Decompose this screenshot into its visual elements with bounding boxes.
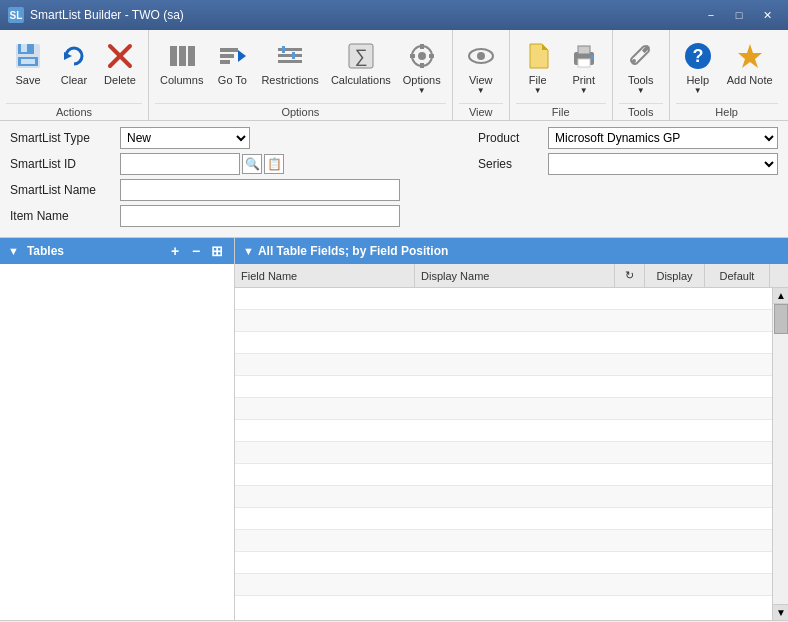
view-buttons: View ▼	[459, 34, 503, 101]
delete-label: Delete	[104, 74, 136, 86]
clear-label: Clear	[61, 74, 87, 86]
fields-panel-title: All Table Fields; by Field Position	[258, 244, 448, 258]
col-header-display: Display	[645, 264, 705, 287]
smartlist-name-label: SmartList Name	[10, 183, 120, 197]
svg-rect-4	[21, 59, 35, 64]
addnote-label: Add Note	[727, 74, 773, 86]
addnote-button[interactable]: Add Note	[722, 36, 778, 90]
tables-remove-button[interactable]: −	[187, 243, 205, 259]
help-group-label: Help	[676, 103, 778, 118]
fields-scrollbar[interactable]: ▲ ▼	[772, 288, 788, 620]
svg-rect-8	[170, 46, 177, 66]
tools-button[interactable]: Tools ▼	[619, 36, 663, 99]
save-label: Save	[15, 74, 40, 86]
svg-point-29	[477, 52, 485, 60]
tables-expand-button[interactable]: ⊞	[208, 243, 226, 259]
table-row	[235, 574, 772, 596]
app-icon: SL	[8, 7, 24, 23]
col-header-default: Default	[705, 264, 770, 287]
delete-button[interactable]: Delete	[98, 36, 142, 90]
tables-panel-actions: + − ⊞	[166, 243, 226, 259]
svg-marker-14	[238, 50, 246, 62]
file-group-label: File	[516, 103, 606, 118]
clear-icon	[58, 40, 90, 72]
tables-add-button[interactable]: +	[166, 243, 184, 259]
print-button[interactable]: Print ▼	[562, 36, 606, 99]
table-row	[235, 310, 772, 332]
title-bar: SL SmartList Builder - TWO (sa) − □ ✕	[0, 0, 788, 30]
title-bar-left: SL SmartList Builder - TWO (sa)	[8, 7, 184, 23]
options-button[interactable]: Options ▼	[398, 36, 446, 99]
columns-button[interactable]: Columns	[155, 36, 208, 90]
table-row	[235, 442, 772, 464]
item-name-label: Item Name	[10, 209, 120, 223]
series-select[interactable]	[548, 153, 778, 175]
product-field-group: Product Microsoft Dynamics GP	[478, 127, 778, 149]
tables-panel: ▼ Tables + − ⊞	[0, 238, 235, 620]
view-button[interactable]: View ▼	[459, 36, 503, 99]
svg-rect-2	[21, 44, 27, 52]
app-title: SmartList Builder - TWO (sa)	[30, 8, 184, 22]
svg-rect-32	[578, 59, 590, 67]
scroll-thumb[interactable]	[774, 304, 788, 334]
id-search-icon[interactable]: 🔍	[242, 154, 262, 174]
help-button[interactable]: ? Help ▼	[676, 36, 720, 99]
svg-rect-26	[410, 54, 415, 58]
options-group-label: Options	[155, 103, 446, 118]
svg-point-23	[418, 52, 426, 60]
refresh-icon: ↻	[625, 269, 634, 282]
svg-marker-38	[738, 44, 762, 68]
item-name-input[interactable]	[120, 205, 400, 227]
svg-rect-15	[278, 48, 302, 51]
file-arrow: ▼	[534, 86, 542, 95]
svg-point-34	[632, 59, 636, 63]
file-button[interactable]: File ▼	[516, 36, 560, 99]
svg-rect-11	[220, 48, 238, 52]
columns-icon	[166, 40, 198, 72]
restrictions-button[interactable]: Restrictions	[256, 36, 323, 90]
smartlist-id-label: SmartList ID	[10, 157, 120, 171]
svg-rect-13	[220, 60, 230, 64]
help-icon: ?	[682, 40, 714, 72]
fields-panel: ▼ All Table Fields; by Field Position Fi…	[235, 238, 788, 620]
close-button[interactable]: ✕	[754, 5, 780, 25]
series-field-group: Series	[478, 153, 778, 175]
restrictions-icon	[274, 40, 306, 72]
goto-label: Go To	[218, 74, 247, 86]
minimize-button[interactable]: −	[698, 5, 724, 25]
tools-buttons: Tools ▼	[619, 34, 663, 101]
fields-panel-header: ▼ All Table Fields; by Field Position	[235, 238, 788, 264]
table-row	[235, 530, 772, 552]
tables-triangle-icon: ▼	[8, 245, 19, 257]
product-select[interactable]: Microsoft Dynamics GP	[548, 127, 778, 149]
clear-button[interactable]: Clear	[52, 36, 96, 90]
tables-panel-header: ▼ Tables + − ⊞	[0, 238, 234, 264]
id-browse-icon[interactable]: 📋	[264, 154, 284, 174]
save-icon	[12, 40, 44, 72]
goto-button[interactable]: Go To	[210, 36, 254, 90]
save-button[interactable]: Save	[6, 36, 50, 90]
smartlist-id-group: 🔍 📋	[120, 153, 284, 175]
ribbon-group-view: View ▼ View	[453, 30, 510, 120]
scroll-down-button[interactable]: ▼	[773, 604, 788, 620]
scroll-up-button[interactable]: ▲	[773, 288, 788, 304]
ribbon-group-actions: Save Clear Delete Actions	[0, 30, 149, 120]
goto-icon	[216, 40, 248, 72]
actions-group-label: Actions	[6, 103, 142, 118]
svg-rect-27	[429, 54, 434, 58]
restrictions-label: Restrictions	[261, 74, 318, 86]
smartlist-name-input[interactable]	[120, 179, 400, 201]
fields-body	[235, 288, 772, 620]
col-header-display-name: Display Name	[415, 264, 615, 287]
scroll-track	[773, 304, 788, 604]
view-icon	[465, 40, 497, 72]
smartlist-type-select[interactable]: New Existing	[120, 127, 250, 149]
form-row-item: Item Name	[10, 205, 778, 227]
maximize-button[interactable]: □	[726, 5, 752, 25]
form-area: SmartList Type New Existing Product Micr…	[0, 121, 788, 238]
smartlist-id-input[interactable]	[120, 153, 240, 175]
tools-label: Tools	[628, 74, 654, 86]
col-header-field-name: Field Name	[235, 264, 415, 287]
calculations-button[interactable]: ∑ Calculations	[326, 36, 396, 90]
col-header-refresh[interactable]: ↻	[615, 264, 645, 287]
